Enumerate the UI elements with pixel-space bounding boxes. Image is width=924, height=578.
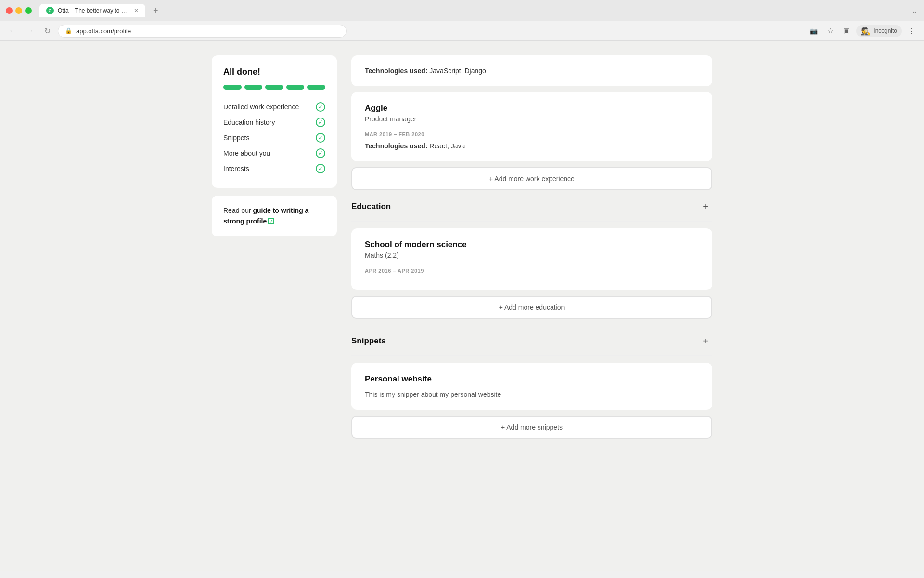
- checklist-label-more: More about you: [223, 149, 270, 157]
- add-snippets-button[interactable]: + Add more snippets: [351, 416, 712, 439]
- school-degree: Maths (2.2): [365, 251, 699, 259]
- checklist-item-snippets: Snippets ✓: [223, 130, 325, 145]
- aggle-technologies-text: Technologies used: React, Java: [365, 142, 699, 150]
- sidebar-toggle-icon[interactable]: ▣: [840, 24, 853, 38]
- job-title-aggle: Product manager: [365, 115, 699, 123]
- snippet-description: This is my snipper about my personal web…: [365, 391, 699, 398]
- camera-blocked-icon: 📷: [807, 24, 821, 38]
- reload-button[interactable]: ↻: [40, 24, 54, 38]
- traffic-lights: [6, 7, 32, 14]
- education-add-button[interactable]: +: [699, 200, 712, 213]
- close-window-button[interactable]: [6, 7, 13, 14]
- education-section-header: Education +: [351, 200, 712, 222]
- school-date-range: APR 2016 – APR 2019: [365, 268, 699, 274]
- guide-card: Read our guide to writing a strong profi…: [212, 196, 337, 236]
- education-section-title: Education: [351, 202, 391, 211]
- all-done-title: All done!: [223, 67, 325, 77]
- aggle-card: Aggle Product manager MAR 2019 – FEB 202…: [351, 92, 712, 161]
- tab-favicon: O: [46, 7, 54, 14]
- address-bar[interactable]: 🔒 app.otta.com/profile: [58, 25, 346, 38]
- top-technologies-card: Technologies used: JavaScript, Django: [351, 55, 712, 86]
- checklist-item-interests: Interests ✓: [223, 161, 325, 176]
- browser-tab[interactable]: O Otta – The better way to find a ✕: [39, 4, 145, 17]
- education-section: Education + School of modern science Mat…: [351, 200, 712, 328]
- sidebar: All done! Detailed work experience ✓ Edu…: [212, 55, 337, 454]
- date-range-aggle: MAR 2019 – FEB 2020: [365, 131, 699, 137]
- incognito-badge: 🕵 Incognito: [856, 25, 902, 37]
- incognito-label: Incognito: [873, 27, 897, 34]
- progress-bar-1: [223, 85, 242, 90]
- browser-chrome: O Otta – The better way to find a ✕ + ⌄ …: [0, 0, 924, 41]
- progress-bars: [223, 85, 325, 90]
- tab-title: Otta – The better way to find a: [58, 7, 128, 14]
- top-technologies-value: JavaScript, Django: [429, 67, 486, 75]
- checklist-label-interests: Interests: [223, 165, 249, 172]
- check-icon-interests: ✓: [316, 164, 325, 173]
- snippet-card: Personal website This is my snipper abou…: [351, 363, 712, 410]
- page-content: All done! Detailed work experience ✓ Edu…: [0, 41, 924, 571]
- menu-button[interactable]: ⋮: [905, 24, 918, 38]
- back-button[interactable]: ←: [6, 24, 19, 38]
- check-icon-snippets: ✓: [316, 133, 325, 143]
- school-name: School of modern science: [365, 240, 699, 250]
- snippets-section-title: Snippets: [351, 336, 386, 346]
- check-icon-work: ✓: [316, 102, 325, 112]
- minimize-window-button[interactable]: [15, 7, 22, 14]
- tab-list-button[interactable]: ⌄: [911, 5, 918, 16]
- lock-icon: 🔒: [65, 27, 72, 34]
- progress-bar-2: [244, 85, 263, 90]
- guide-text-prefix: Read our: [223, 207, 253, 214]
- maximize-window-button[interactable]: [25, 7, 32, 14]
- forward-button[interactable]: →: [23, 24, 37, 38]
- checklist-item-education: Education history ✓: [223, 115, 325, 130]
- school-card: School of modern science Maths (2.2) APR…: [351, 228, 712, 290]
- external-link-icon: [268, 218, 274, 224]
- progress-bar-4: [286, 85, 305, 90]
- progress-bar-3: [265, 85, 283, 90]
- top-technologies-text: Technologies used: JavaScript, Django: [365, 67, 699, 75]
- tab-close-button[interactable]: ✕: [134, 7, 139, 14]
- nav-right-icons: 📷 ☆ ▣ 🕵 Incognito ⋮: [807, 24, 918, 38]
- check-icon-education: ✓: [316, 118, 325, 127]
- address-text: app.otta.com/profile: [76, 27, 131, 35]
- title-bar: O Otta – The better way to find a ✕ + ⌄: [0, 0, 924, 21]
- add-work-experience-button[interactable]: + Add more work experience: [351, 167, 712, 190]
- nav-bar: ← → ↻ 🔒 app.otta.com/profile 📷 ☆ ▣ 🕵 Inc…: [0, 21, 924, 40]
- check-icon-more: ✓: [316, 148, 325, 158]
- checklist-label-snippets: Snippets: [223, 134, 249, 142]
- snippets-add-button[interactable]: +: [699, 334, 712, 348]
- aggle-technologies-label: Technologies used:: [365, 142, 427, 150]
- progress-card: All done! Detailed work experience ✓ Edu…: [212, 55, 337, 188]
- bookmark-icon[interactable]: ☆: [823, 24, 837, 38]
- checklist-label-work: Detailed work experience: [223, 103, 299, 111]
- main-content: Technologies used: JavaScript, Django Ag…: [351, 55, 712, 454]
- snippets-section-header: Snippets +: [351, 334, 712, 356]
- checklist-label-education: Education history: [223, 118, 275, 126]
- snippet-title: Personal website: [365, 374, 699, 384]
- progress-bar-5: [307, 85, 325, 90]
- snippets-section: Snippets + Personal website This is my s…: [351, 334, 712, 448]
- incognito-icon: 🕵: [861, 26, 871, 36]
- top-technologies-label: Technologies used:: [365, 67, 427, 75]
- company-name-aggle: Aggle: [365, 104, 699, 113]
- checklist-item-work: Detailed work experience ✓: [223, 99, 325, 115]
- checklist-item-more: More about you ✓: [223, 145, 325, 161]
- aggle-technologies-value: React, Java: [429, 142, 465, 150]
- new-tab-button[interactable]: +: [149, 6, 162, 16]
- add-education-button[interactable]: + Add more education: [351, 296, 712, 319]
